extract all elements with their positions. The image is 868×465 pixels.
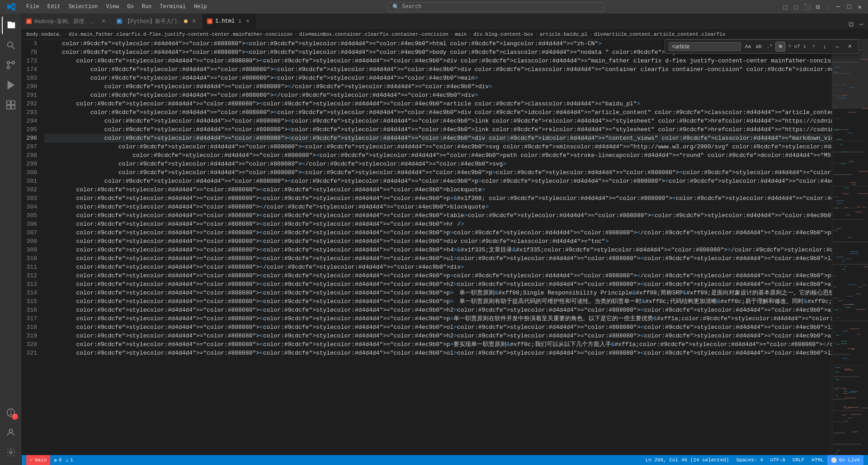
layout-icon-2[interactable]: ⬚ <box>793 3 800 10</box>
svg-point-4 <box>7 62 9 64</box>
code-line[interactable]: color:#9cdcfe">stylecolor:#d4d4d4">="col… <box>44 134 832 142</box>
code-line[interactable]: color:#9cdcfe">stylecolor:#d4d4d4">="col… <box>44 323 832 332</box>
code-line[interactable]: color:#9cdcfe">stylecolor:#d4d4d4">="col… <box>44 108 832 117</box>
menu-view[interactable]: View <box>102 3 123 11</box>
code-line[interactable]: color:#9cdcfe">stylecolor:#d4d4d4">="col… <box>44 177 832 185</box>
breadcrumb-div-main[interactable]: div.main_father.clearfix.d-flex.justify-… <box>69 32 292 37</box>
more-tabs-icon[interactable]: ⋯ <box>857 20 865 29</box>
layout-icon-3[interactable]: ⬛ <box>803 3 811 10</box>
menu-edit[interactable]: Edit <box>44 3 64 11</box>
maximize-button[interactable]: □ <box>845 3 853 10</box>
code-line[interactable]: color:#9cdcfe">stylecolor:#d4d4d4">="col… <box>44 185 832 194</box>
code-line[interactable]: color:#9cdcfe">stylecolor:#d4d4d4">="col… <box>44 289 832 297</box>
code-line[interactable]: color:#9cdcfe">stylecolor:#d4d4d4">="col… <box>44 65 832 74</box>
tab-close-1html[interactable]: × <box>244 18 251 25</box>
code-line[interactable]: color:#9cdcfe">stylecolor:#d4d4d4">="col… <box>44 340 832 349</box>
problems-icon[interactable] <box>2 403 20 422</box>
code-line[interactable]: color:#9cdcfe">stylecolor:#d4d4d4">="col… <box>44 142 832 151</box>
close-button[interactable]: ✕ <box>856 3 863 10</box>
status-bar-left: ⑂ main ⊗ 0 ⚠ 1 <box>26 455 77 465</box>
code-line[interactable]: color:#9cdcfe">stylecolor:#d4d4d4">="col… <box>44 160 832 168</box>
errors-item[interactable]: ⊗ 0 ⚠ 1 <box>50 455 76 465</box>
editor-content[interactable]: 3781731741832902912922932942952962972982… <box>22 39 868 455</box>
breadcrumb-body[interactable]: body.nodata. <box>26 32 62 37</box>
encoding-item[interactable]: UTF-8 <box>767 455 789 465</box>
breadcrumb-div-article[interactable]: div#article_content.article_content.clea… <box>594 32 725 37</box>
menu-help[interactable]: Help <box>190 3 211 11</box>
code-line[interactable]: color:#9cdcfe">stylecolor:#d4d4d4">="col… <box>44 203 832 211</box>
menu-selection[interactable]: Selection <box>65 3 102 11</box>
explorer-icon[interactable] <box>2 16 20 34</box>
global-search-bar[interactable]: 🔍 Search <box>387 2 604 12</box>
code-line[interactable]: color:#9cdcfe">stylecolor:#d4d4d4">="col… <box>44 349 832 357</box>
code-line[interactable]: color:#9cdcfe">stylecolor:#d4d4d4">="col… <box>44 263 832 271</box>
find-next-button[interactable]: ↓ <box>820 42 830 52</box>
minimap-canvas <box>832 39 868 455</box>
source-control-icon[interactable] <box>2 56 20 74</box>
code-line[interactable]: color:#9cdcfe">stylecolor:#d4d4d4">="col… <box>44 254 832 263</box>
code-line[interactable]: color:#9cdcfe">stylecolor:#d4d4d4">="col… <box>44 125 832 134</box>
code-area[interactable]: color:#9cdcfe">stylecolor:#d4d4d4">="col… <box>44 39 832 455</box>
go-live-item[interactable]: ⚪ Go Live <box>827 455 863 465</box>
cursor-position-item[interactable]: Ln 296, Col 40 (24 selected) <box>642 455 733 465</box>
code-line[interactable]: color:#9cdcfe">stylecolor:#d4d4d4">="col… <box>44 297 832 306</box>
menu-go[interactable]: Go <box>123 3 137 11</box>
whole-word-button[interactable]: ab <box>754 42 764 52</box>
match-case-button[interactable]: Aa <box>743 42 753 52</box>
code-line[interactable]: color:#9cdcfe">stylecolor:#d4d4d4">="col… <box>44 194 832 203</box>
tab-hadoop[interactable]: H Hadoop-架构、原理、实时算和高线计算.html × <box>22 14 112 29</box>
code-line[interactable]: color:#9cdcfe">stylecolor:#d4d4d4">="col… <box>44 228 832 237</box>
svg-point-14 <box>10 414 11 415</box>
code-line[interactable]: color:#9cdcfe">stylecolor:#d4d4d4">="col… <box>44 280 832 289</box>
breadcrumb-div-blog[interactable]: div.blog-content-box <box>473 32 533 37</box>
tab-close-hadoop[interactable]: × <box>100 18 107 25</box>
code-line[interactable]: color:#9cdcfe">stylecolor:#d4d4d4">="col… <box>44 100 832 108</box>
code-line[interactable]: color:#9cdcfe">stylecolor:#d4d4d4">="col… <box>44 314 832 323</box>
layout-icon-4[interactable]: ⊟ <box>814 3 821 10</box>
find-options-toggle[interactable]: ⋯ <box>832 42 842 52</box>
tab-python[interactable]: P 【Python】新手入门学习：详细介绍单一职责原则（SRP）及其作用、代码示… <box>112 14 203 29</box>
breadcrumb-main[interactable]: main <box>455 32 467 37</box>
run-debug-icon[interactable] <box>2 76 20 94</box>
line-ending-item[interactable]: CRLF <box>789 455 808 465</box>
code-line[interactable]: color:#9cdcfe">stylecolor:#d4d4d4">="col… <box>44 332 832 340</box>
account-icon[interactable] <box>2 423 20 441</box>
indentation-item[interactable]: Spaces: 4 <box>733 455 767 465</box>
find-close-button[interactable]: × <box>845 42 855 52</box>
find-prev-button[interactable]: ↑ <box>809 42 819 52</box>
code-line[interactable]: color:#9cdcfe">stylecolor:#d4d4d4">="col… <box>44 271 832 280</box>
code-line[interactable]: color:#9cdcfe">stylecolor:#d4d4d4">="col… <box>44 306 832 314</box>
breadcrumb-article[interactable]: article.baidu_pl <box>540 32 588 37</box>
code-line[interactable]: color:#9cdcfe">stylecolor:#d4d4d4">="col… <box>44 168 832 177</box>
code-line[interactable]: color:#9cdcfe">stylecolor:#d4d4d4">="col… <box>44 74 832 82</box>
find-input[interactable] <box>669 42 741 51</box>
tab-close-python[interactable]: × <box>190 18 198 25</box>
extensions-icon[interactable] <box>2 96 20 114</box>
code-line[interactable]: color:#9cdcfe">stylecolor:#d4d4d4">="col… <box>44 117 832 125</box>
svg-rect-11 <box>11 105 14 109</box>
code-line[interactable]: color:#9cdcfe">stylecolor:#d4d4d4">="col… <box>44 237 832 246</box>
menu-terminal[interactable]: Terminal <box>156 3 189 11</box>
regex-button[interactable]: .* <box>764 42 774 52</box>
activity-bar <box>0 14 22 465</box>
code-line[interactable]: color:#9cdcfe">stylecolor:#d4d4d4">="col… <box>44 211 832 220</box>
find-match-count: ? of 1 <box>788 44 806 49</box>
menu-file[interactable]: File <box>23 3 43 11</box>
language-item[interactable]: HTML <box>808 455 827 465</box>
code-line[interactable]: color:#9cdcfe">stylecolor:#d4d4d4">="col… <box>44 82 832 91</box>
code-line[interactable]: color:#9cdcfe">stylecolor:#d4d4d4">="col… <box>44 246 832 254</box>
settings-icon[interactable] <box>2 443 20 461</box>
split-editor-icon[interactable]: ⧉ <box>847 20 855 29</box>
menu-run[interactable]: Run <box>138 3 156 11</box>
search-icon[interactable] <box>2 36 20 54</box>
code-line[interactable]: color:#9cdcfe">stylecolor:#d4d4d4">="col… <box>44 91 832 100</box>
code-line[interactable]: color:#9cdcfe">stylecolor:#d4d4d4">="col… <box>44 151 832 160</box>
git-branch-item[interactable]: ⑂ main <box>26 455 50 465</box>
minimize-button[interactable]: ─ <box>835 3 842 10</box>
code-line[interactable]: color:#9cdcfe">stylecolor:#d4d4d4">="col… <box>44 57 832 65</box>
code-line[interactable]: color:#9cdcfe">stylecolor:#d4d4d4">="col… <box>44 220 832 228</box>
find-in-selection-button[interactable]: ≡ <box>775 42 785 52</box>
tab-1html[interactable]: H 1.html 1 × <box>203 14 256 29</box>
layout-icon-1[interactable]: ⬚ <box>782 3 789 10</box>
breadcrumb-div-mainbox[interactable]: div#mainBox.container.clearfix.container… <box>299 32 448 37</box>
